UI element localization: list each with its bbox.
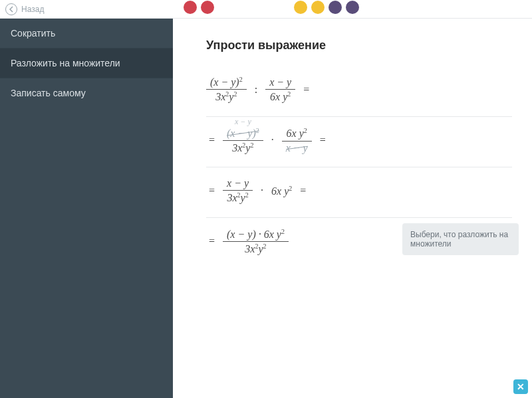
equals: = (320, 134, 326, 146)
back-button[interactable]: Назад (5, 3, 44, 15)
dot-icon (311, 1, 325, 14)
expression[interactable]: = x − y 3x2y2 · 6x y2 = (206, 177, 512, 205)
dot-icon (184, 1, 197, 14)
operator-multiply: · (261, 185, 263, 197)
fraction: x − y (x − y)2 3x2y2 (223, 126, 263, 155)
cancel-remainder: x − y (235, 117, 251, 127)
dot-icon (329, 1, 342, 14)
dot-icon (294, 1, 307, 14)
step-row: = (x − y) · 6x y2 3x2y2 Выбери, что разл… (206, 218, 512, 268)
expression[interactable]: = x − y (x − y)2 3x2y2 · 6x y2 x − y = (206, 126, 512, 155)
equals: = (300, 185, 306, 197)
topbar: Назад (0, 0, 532, 19)
fraction: (x − y) · 6x y2 3x2y2 (223, 227, 289, 256)
fraction: 6x y2 x − y (282, 126, 312, 154)
content-area: Упрости выражение (x − y)2 3x2y2 : x − y… (173, 19, 532, 398)
step-row: (x − y)2 3x2y2 : x − y 6x y2 = (206, 66, 512, 117)
equals: = (209, 134, 215, 146)
main-wrap: Сократить Разложить на множители Записат… (0, 19, 532, 398)
progress-dots-left (184, 1, 214, 14)
step-row: = x − y 3x2y2 · 6x y2 = (206, 167, 512, 217)
sidebar-item-write-own[interactable]: Записать самому (0, 78, 173, 108)
hint-text: Выбери, что разложить на множители (410, 230, 508, 249)
dot-icon (201, 1, 214, 14)
expression[interactable]: (x − y)2 3x2y2 : x − y 6x y2 = (206, 75, 512, 104)
steps-list: (x − y)2 3x2y2 : x − y 6x y2 = = (206, 66, 512, 268)
operator-divide: : (255, 84, 257, 96)
sidebar-item-label: Разложить на множители (11, 58, 120, 68)
close-button[interactable]: ✕ (513, 379, 528, 394)
hint-bubble: Выбери, что разложить на множители (402, 223, 519, 255)
equals: = (209, 185, 215, 197)
equals: = (209, 235, 215, 247)
page-title: Упрости выражение (206, 39, 512, 52)
term: 6x y2 (271, 185, 292, 197)
equals: = (303, 84, 309, 96)
fraction: (x − y)2 3x2y2 (206, 75, 247, 104)
sidebar-item-factorize[interactable]: Разложить на множители (0, 48, 173, 78)
progress-dots-right (294, 1, 359, 14)
sidebar: Сократить Разложить на множители Записат… (0, 19, 173, 398)
fraction: x − y 3x2y2 (223, 177, 253, 205)
sidebar-item-reduce[interactable]: Сократить (0, 19, 173, 48)
back-label: Назад (21, 5, 44, 14)
fraction: x − y 6x y2 (265, 76, 295, 104)
back-chevron-icon (5, 3, 17, 15)
operator-multiply: · (271, 134, 274, 146)
dot-icon (346, 1, 359, 14)
close-icon: ✕ (517, 381, 525, 392)
sidebar-item-label: Записать самому (11, 88, 86, 98)
sidebar-item-label: Сократить (11, 28, 55, 39)
step-row: = x − y (x − y)2 3x2y2 · 6x y2 x − y = (206, 117, 512, 168)
